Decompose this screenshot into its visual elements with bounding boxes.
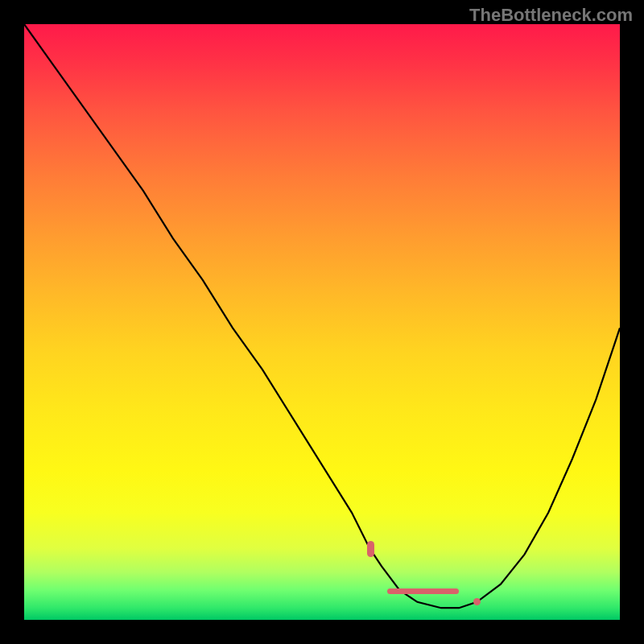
optimal-range-line [387,588,459,594]
optimal-range-start-marker [367,541,374,557]
chart-plot-area [24,24,620,620]
bottleneck-curve [24,24,620,620]
watermark-text: TheBottleneck.com [469,5,633,26]
